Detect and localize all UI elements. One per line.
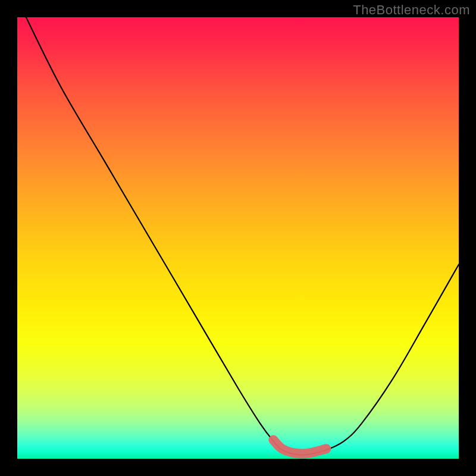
chart-frame: TheBottleneck.com [0, 0, 476, 476]
flat-region-highlight [273, 440, 326, 453]
plot-area [17, 17, 459, 459]
curve-path [26, 17, 459, 455]
watermark-text: TheBottleneck.com [353, 2, 470, 18]
bottleneck-curve [17, 17, 459, 459]
